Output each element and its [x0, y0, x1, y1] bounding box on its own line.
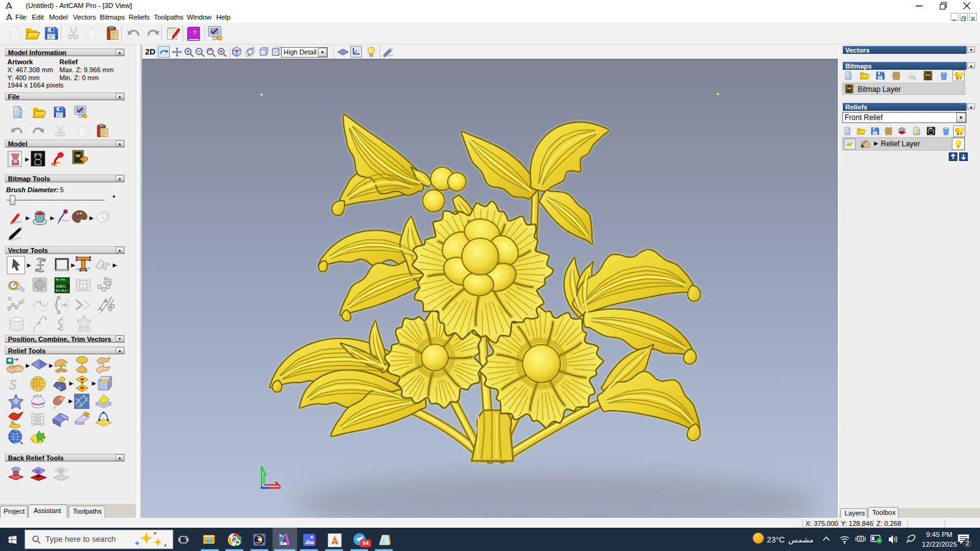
- svg-text:b: b: [58, 385, 61, 391]
- svg-text:S: S: [9, 377, 17, 392]
- svg-text:ABC: ABC: [56, 283, 67, 289]
